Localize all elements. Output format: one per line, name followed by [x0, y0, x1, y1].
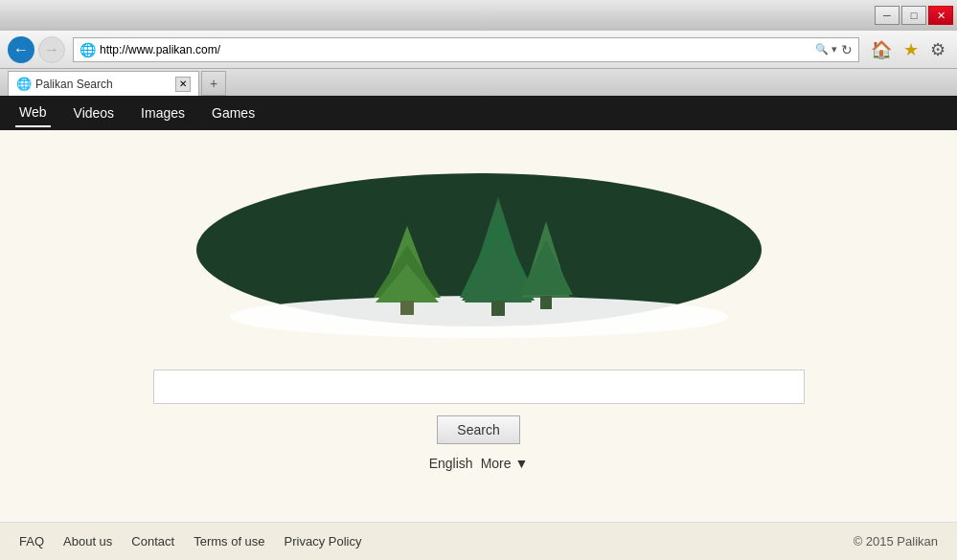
logo-container [172, 149, 786, 341]
new-tab-button[interactable]: + [201, 71, 226, 96]
nav-images[interactable]: Images [137, 100, 189, 126]
minimize-button[interactable]: ─ [875, 6, 900, 25]
favorites-icon[interactable]: ★ [903, 39, 919, 60]
forward-button[interactable]: → [38, 36, 65, 63]
copyright: © 2015 Palikan [854, 534, 938, 549]
search-input[interactable] [153, 370, 805, 404]
site-footer: FAQ About us Contact Terms of use Privac… [0, 522, 957, 560]
tab-ie-icon: 🌐 [16, 77, 32, 91]
refresh-icon[interactable]: ↻ [841, 42, 853, 57]
address-input[interactable] [100, 43, 815, 56]
maximize-button[interactable]: □ [901, 6, 926, 25]
search-container: Search English More ▼ [153, 370, 805, 471]
tab-close-button[interactable]: ✕ [175, 77, 191, 92]
nav-videos[interactable]: Videos [70, 100, 119, 126]
tab-bar: 🌐 Palikan Search ✕ + [0, 69, 957, 96]
home-icon[interactable]: 🏠 [871, 39, 892, 60]
svg-rect-5 [400, 301, 414, 315]
more-dropdown[interactable]: More ▼ [481, 456, 529, 471]
nav-games[interactable]: Games [208, 100, 259, 126]
back-button[interactable]: ← [8, 36, 34, 63]
site-navigation: Web Videos Images Games [0, 96, 957, 130]
tab-label: Palikan Search [35, 78, 171, 91]
dropdown-arrow-icon: ▼ [512, 456, 529, 471]
nav-web[interactable]: Web [15, 99, 51, 127]
footer-terms[interactable]: Terms of use [194, 534, 264, 549]
search-dropdown-icon[interactable]: 🔍 ▾ [815, 43, 837, 56]
logo-svg [172, 149, 786, 341]
main-content: Search English More ▼ FAQ About us Conta… [0, 130, 957, 560]
footer-about[interactable]: About us [63, 534, 112, 549]
language-link[interactable]: English [429, 456, 473, 471]
footer-links: FAQ About us Contact Terms of use Privac… [19, 534, 362, 549]
navbar: ← → 🌐 🔍 ▾ ↻ 🏠 ★ ⚙ [0, 31, 957, 69]
footer-faq[interactable]: FAQ [19, 534, 44, 549]
language-row: English More ▼ [429, 456, 529, 471]
close-button[interactable]: ✕ [928, 6, 953, 25]
footer-contact[interactable]: Contact [131, 534, 174, 549]
title-bar: ─ □ ✕ [0, 0, 957, 31]
settings-icon[interactable]: ⚙ [930, 39, 946, 60]
window-controls: ─ □ ✕ [875, 6, 953, 25]
footer-privacy[interactable]: Privacy Policy [285, 534, 362, 549]
search-button[interactable]: Search [437, 415, 519, 444]
browser-window: ─ □ ✕ ← → 🌐 🔍 ▾ ↻ 🏠 ★ ⚙ 🌐 Palikan Search… [0, 0, 957, 560]
svg-rect-9 [491, 301, 505, 316]
svg-rect-12 [540, 296, 552, 309]
ie-icon: 🌐 [80, 42, 96, 57]
search-input-wrapper [153, 370, 805, 404]
address-bar-container: 🌐 🔍 ▾ ↻ [73, 37, 859, 62]
active-tab[interactable]: 🌐 Palikan Search ✕ [8, 71, 199, 96]
